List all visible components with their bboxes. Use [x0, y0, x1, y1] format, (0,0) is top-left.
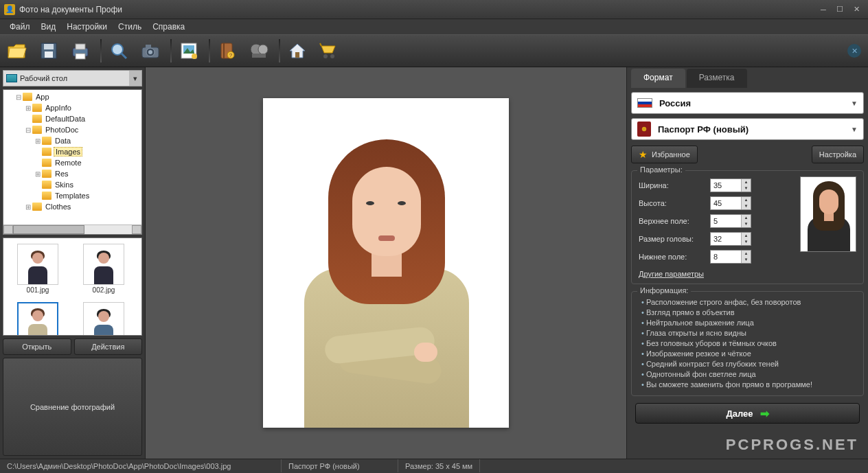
cart-button[interactable] [315, 37, 343, 65]
tab-format[interactable]: Формат [631, 69, 685, 88]
tree-node-data[interactable]: ⊞Data [5, 135, 140, 146]
maximize-button[interactable]: ☐ [832, 3, 847, 16]
svg-marker-25 [321, 46, 335, 53]
right-panel: Формат Разметка Россия ▼ Паспорт РФ (нов… [626, 67, 868, 459]
svg-text:?: ? [229, 52, 233, 58]
tree-node-images[interactable]: Images [5, 146, 140, 157]
scroll-left-arrow[interactable]: ◂ [3, 225, 13, 234]
params-group: Параметры: Ширина:35▲▼ Высота:45▲▼ Верхн… [631, 170, 864, 284]
save-button[interactable] [34, 37, 63, 65]
height-spinner[interactable]: 45▲▼ [710, 196, 751, 210]
svg-point-26 [323, 54, 328, 58]
image-button[interactable] [174, 37, 203, 65]
scroll-thumb[interactable] [13, 225, 84, 234]
path-text: Рабочий стол [20, 74, 129, 82]
label-height: Высота: [639, 199, 710, 207]
tree-node-app[interactable]: ⊟App [5, 91, 140, 102]
document-label: Паспорт РФ (новый) [658, 124, 851, 135]
thumb-001[interactable]: 001.jpg [13, 244, 62, 294]
menu-help[interactable]: Справка [147, 21, 190, 33]
menubar: Файл Вид Настройки Стиль Справка [0, 19, 868, 34]
flag-russia-icon [637, 98, 652, 108]
scroll-right-arrow[interactable]: ▸ [132, 225, 141, 234]
tree-node-res[interactable]: ⊞Res [5, 168, 140, 179]
info-item: Глаза открыты и ясно видны [641, 328, 856, 338]
tabs: Формат Разметка [631, 69, 864, 88]
home-button[interactable] [283, 37, 312, 65]
info-item: Расположение строго анфас, без поворотов [641, 297, 856, 308]
info-item: Изображение резкое и чёткое [641, 349, 856, 359]
camera-button[interactable] [136, 37, 165, 65]
thumb-003[interactable]: 003.jpg [13, 302, 62, 336]
head-spinner[interactable]: 32▲▼ [710, 232, 751, 246]
book-button[interactable]: ? [213, 37, 242, 65]
svg-point-15 [192, 54, 197, 59]
bottom-spinner[interactable]: 8▲▼ [710, 250, 751, 264]
close-button[interactable]: ✕ [849, 3, 864, 16]
info-group: Информация: Расположение строго анфас, б… [631, 291, 864, 396]
menu-view[interactable]: Вид [36, 21, 62, 33]
tree-node-defaultdata[interactable]: DefaultData [5, 113, 140, 124]
label-head: Размер головы: [639, 235, 710, 243]
open-folder-button[interactable] [3, 37, 32, 65]
compare-button[interactable]: Сравнение фотографий [3, 358, 142, 456]
info-label: Информация: [637, 286, 691, 295]
window-title: Фото на документы Профи [19, 5, 814, 14]
statusbar: C:\Users\Админ\Desktop\PhotoDoc\App\Phot… [0, 459, 868, 472]
print-button[interactable] [66, 37, 95, 65]
toolbar-separator [209, 39, 210, 62]
actions-button[interactable]: Действия [74, 338, 143, 355]
top-spinner[interactable]: 5▲▼ [710, 214, 751, 228]
open-button[interactable]: Открыть [3, 338, 71, 355]
svg-rect-4 [76, 44, 85, 49]
menu-style[interactable]: Стиль [113, 21, 147, 33]
settings-button[interactable]: Настройка [812, 146, 864, 163]
tree-node-remote[interactable]: Remote [5, 157, 140, 168]
other-params-link[interactable]: Другие параметры [639, 270, 704, 278]
info-item: Взгляд прямо в объектив [641, 308, 856, 318]
main-photo[interactable] [263, 98, 509, 428]
path-selector[interactable]: Рабочий стол ▾ [3, 70, 142, 86]
menu-file[interactable]: Файл [4, 21, 36, 33]
document-selector[interactable]: Паспорт РФ (новый) ▼ [631, 118, 864, 140]
tree-node-appinfo[interactable]: ⊞AppInfo [5, 102, 140, 113]
tree-node-templates[interactable]: Templates [5, 190, 140, 201]
tree-hscrollbar[interactable]: ◂ ▸ [3, 224, 141, 234]
label-top: Верхнее поле: [639, 217, 710, 225]
svg-point-21 [258, 45, 268, 54]
svg-line-28 [320, 43, 321, 46]
app-icon: 👤 [4, 4, 15, 15]
film-button[interactable] [244, 37, 273, 65]
panel-close-icon[interactable]: ✕ [847, 44, 861, 58]
status-doc: Паспорт РФ (новый) [282, 459, 398, 472]
dropdown-arrow-icon: ▼ [851, 100, 858, 107]
thumb-6[interactable]: 6.jpg [79, 302, 128, 336]
label-width: Ширина: [639, 181, 710, 189]
info-item: Однотонный фон светлее лица [641, 369, 856, 380]
minimize-button[interactable]: ─ [816, 3, 831, 16]
tree-node-clothes[interactable]: ⊞Clothes [5, 201, 140, 212]
status-path: C:\Users\Админ\Desktop\PhotoDoc\App\Phot… [0, 459, 282, 472]
favorite-button[interactable]: ★Избранное [631, 146, 698, 163]
status-size: Размер: 35 x 45 мм [398, 459, 480, 472]
arrow-right-icon: ➡ [760, 407, 769, 420]
passport-icon [637, 122, 651, 137]
svg-rect-1 [44, 44, 54, 49]
zoom-button[interactable] [104, 37, 133, 65]
country-selector[interactable]: Россия ▼ [631, 92, 864, 114]
width-spinner[interactable]: 35▲▼ [710, 178, 751, 192]
svg-rect-24 [295, 52, 299, 58]
center-panel [146, 67, 626, 459]
thumb-002[interactable]: 002.jpg [79, 244, 128, 294]
next-button[interactable]: Далее ➡ [635, 403, 860, 424]
svg-rect-2 [45, 51, 53, 58]
country-label: Россия [659, 98, 851, 108]
svg-line-7 [122, 54, 126, 58]
tree-node-photodoc[interactable]: ⊟PhotoDoc [5, 124, 140, 135]
svg-point-10 [148, 50, 152, 54]
tree-node-skins[interactable]: Skins [5, 179, 140, 190]
svg-point-27 [330, 54, 334, 58]
menu-settings[interactable]: Настройки [61, 21, 113, 33]
path-dropdown-arrow[interactable]: ▾ [129, 71, 141, 86]
tab-markup[interactable]: Разметка [687, 69, 747, 88]
